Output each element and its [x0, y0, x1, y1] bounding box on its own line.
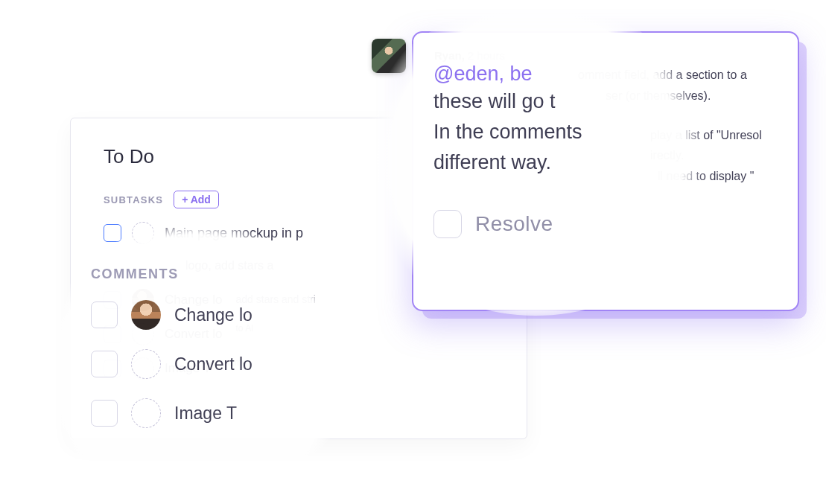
avatar-icon[interactable] — [131, 300, 161, 330]
assignee-placeholder-icon[interactable] — [131, 349, 161, 379]
checkbox-icon[interactable] — [91, 400, 118, 427]
comment-row[interactable]: Change lo — [91, 300, 323, 330]
resolve-control[interactable]: Resolve — [433, 210, 688, 238]
zoom-text-line: these will go t — [433, 87, 688, 116]
add-subtask-button[interactable]: + Add — [174, 191, 219, 208]
zoom-text-line: different way. — [433, 148, 688, 177]
resolve-label: Resolve — [475, 212, 553, 236]
checkbox-icon[interactable] — [91, 351, 118, 377]
comments-section-label: COMMENTS — [91, 267, 323, 282]
subtasks-label: SUBTASKS — [104, 194, 163, 205]
stage: To Do SUBTASKS + Add Main page mockup in… — [0, 0, 826, 504]
checkbox-icon[interactable] — [91, 302, 118, 328]
comment-row-text: Image T — [174, 403, 237, 424]
zoom-lens-resolve: @eden, be these will go t In the comment… — [353, 3, 718, 316]
comment-row[interactable]: Convert lo — [91, 349, 323, 379]
comment-row[interactable]: Image T — [91, 398, 323, 428]
comment-row-text: Convert lo — [174, 354, 252, 374]
resolve-checkbox-icon[interactable] — [433, 210, 462, 238]
zoom-text-line: In the comments — [433, 118, 688, 147]
mention-zoom-fragment: @eden, be — [433, 63, 688, 86]
comment-row-text: Change lo — [174, 305, 252, 325]
assignee-placeholder-icon[interactable] — [131, 398, 161, 428]
